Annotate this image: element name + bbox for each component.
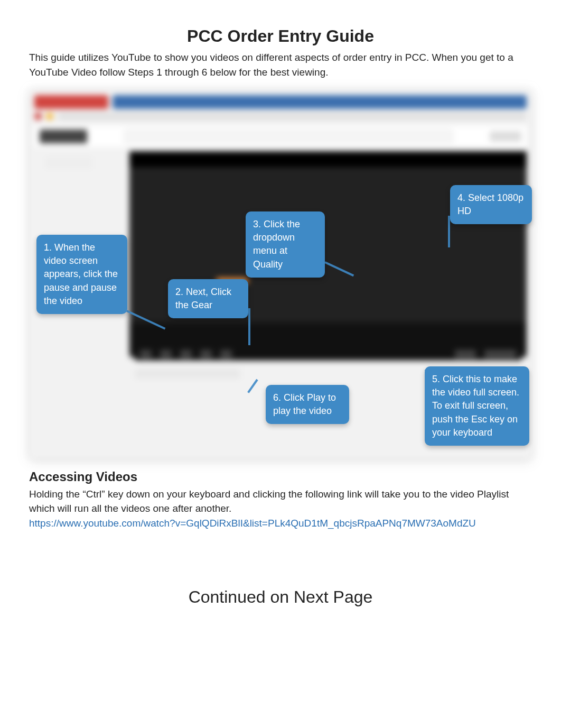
video-meta xyxy=(135,369,240,379)
browser-toolbar xyxy=(34,111,527,122)
section-body: Holding the “Ctrl” key down on your keyb… xyxy=(29,487,532,515)
playlist-link[interactable]: https://www.youtube.com/watch?v=GqlQDiRx… xyxy=(29,518,476,529)
section-heading: Accessing Videos xyxy=(29,469,532,484)
callout-step-3: 3. Click the dropdown menu at Quality xyxy=(246,211,325,278)
page-title: PCC Order Entry Guide xyxy=(29,26,532,46)
callout-connector xyxy=(448,216,450,247)
callout-step-5: 5. Click this to make the video full scr… xyxy=(425,366,529,446)
callout-step-2: 2. Next, Click the Gear xyxy=(168,279,248,318)
callout-connector xyxy=(248,308,250,345)
callout-step-6: 6. Click Play to play the video xyxy=(266,385,349,424)
callout-step-4: 4. Select 1080p HD xyxy=(450,185,532,224)
player-controls xyxy=(135,348,521,361)
continued-note: Continued on Next Page xyxy=(29,587,532,607)
youtube-header xyxy=(34,126,527,147)
intro-paragraph: This guide utilizes YouTube to show you … xyxy=(29,50,532,79)
youtube-sidebar-item xyxy=(45,156,92,169)
callout-step-1: 1. When the video screen appears, click … xyxy=(36,235,127,314)
annotated-screenshot: 1. When the video screen appears, click … xyxy=(29,89,532,459)
browser-tab-bar xyxy=(34,95,527,109)
